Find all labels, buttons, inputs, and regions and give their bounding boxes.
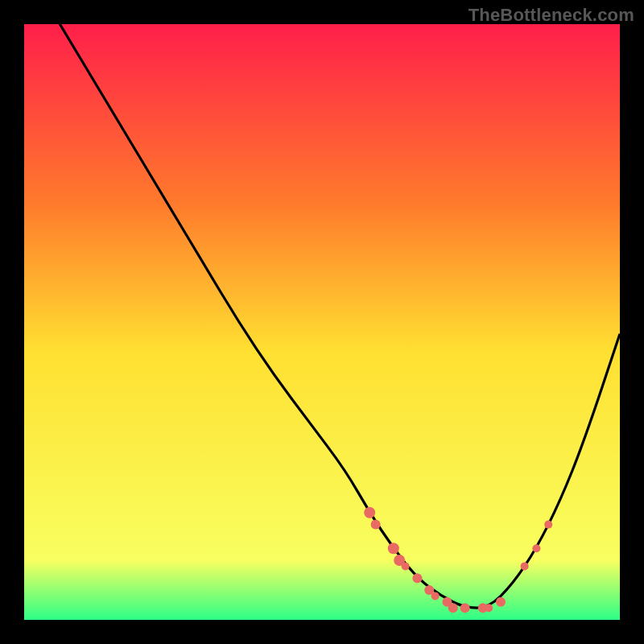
plot-area <box>24 24 620 620</box>
data-marker <box>431 592 440 600</box>
data-marker <box>371 520 381 530</box>
data-marker <box>364 507 375 518</box>
chart-container: TheBottleneck.com <box>0 0 644 644</box>
bottleneck-chart <box>24 24 620 620</box>
data-marker <box>496 597 506 607</box>
data-marker <box>485 604 493 612</box>
data-marker <box>544 521 552 529</box>
data-marker <box>388 543 399 554</box>
data-marker <box>412 573 422 583</box>
data-marker <box>532 544 540 552</box>
watermark-text: TheBottleneck.com <box>469 5 634 26</box>
data-marker <box>521 562 529 570</box>
data-marker <box>402 562 410 570</box>
data-marker <box>448 603 458 613</box>
data-marker <box>460 603 470 613</box>
